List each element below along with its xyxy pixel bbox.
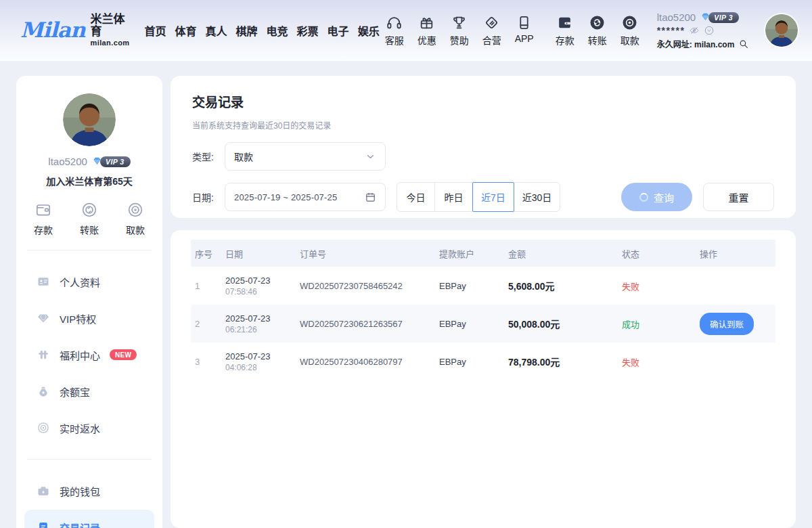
quick-date-today[interactable]: 今日	[397, 182, 435, 212]
header-link-withdraw[interactable]: 取款	[615, 14, 645, 47]
nav-home[interactable]: 首页	[145, 22, 166, 39]
sidebar-quick-actions: 存款 转账 取款	[16, 201, 162, 236]
cell-amount: 50,008.00元	[508, 317, 622, 330]
cell-order-number: WD202507230621263567	[300, 319, 439, 329]
quick-date-group: 今日昨日近7日近30日	[397, 182, 560, 212]
type-select[interactable]: 取款	[225, 142, 386, 171]
doc-icon	[37, 521, 50, 528]
joined-days-text: 加入米兰体育第65天	[16, 174, 162, 188]
nav-slots[interactable]: 电子	[328, 22, 349, 39]
cell-index: 1	[195, 281, 225, 291]
vip-diamond-icon	[91, 156, 103, 167]
money-bag-icon	[37, 384, 50, 398]
type-label: 类型:	[192, 150, 225, 163]
logo-cn-text: 米兰体育 milan.com	[91, 14, 130, 47]
search-icon[interactable]	[738, 39, 749, 49]
confirm-arrival-button[interactable]: 确认到账	[700, 313, 754, 335]
header-quick-links: 客服 优惠 赞助 合营 APP	[380, 14, 539, 47]
wallet-line-icon	[35, 201, 52, 219]
target-line-icon	[127, 201, 144, 219]
page-subtitle: 当前系统支持查询最近30日的交易记录	[192, 119, 774, 131]
sidebar-item-rebate[interactable]: 实时返水	[24, 410, 154, 445]
header-link-support[interactable]: 客服	[380, 14, 409, 47]
rebate-icon	[37, 421, 50, 435]
type-filter-row: 类型: 取款	[192, 142, 774, 171]
page-title: 交易记录	[192, 92, 774, 110]
header-right: 客服 优惠 赞助 合营 APP 存款 转账 取款 ltao5200 VIP 3	[380, 12, 798, 49]
chevron-down-icon	[365, 151, 376, 162]
gift-icon	[418, 14, 435, 31]
date-range-input[interactable]: 2025-07-19 ~ 2025-07-25	[225, 183, 386, 211]
page-content: ltao5200 VIP 3 加入米兰体育第65天 存款 转账 取款 个人资料 …	[0, 61, 812, 528]
user-avatar[interactable]	[765, 14, 798, 47]
logo-cn-name: 米兰体育	[91, 13, 125, 38]
cell-status: 成功	[622, 317, 700, 330]
cell-status: 失败	[622, 280, 700, 292]
header-link-promos[interactable]: 优惠	[412, 14, 442, 47]
gift-bars-icon	[37, 348, 50, 361]
header-user-meta: ltao5200 VIP 3 ****** 永久网址: milan.com	[657, 12, 757, 49]
sidebar-avatar[interactable]	[63, 93, 116, 146]
date-filter-row: 日期: 2025-07-19 ~ 2025-07-25 今日昨日近7日近30日 …	[192, 182, 774, 212]
table-row: 1 2025-07-23 07:58:46 WD2025072307584652…	[191, 267, 775, 305]
sidebar-action-withdraw[interactable]: 取款	[126, 201, 145, 236]
header-link-app[interactable]: APP	[510, 14, 539, 47]
sidebar-item-vip[interactable]: VIP特权	[24, 301, 154, 336]
nav-sports[interactable]: 体育	[175, 22, 197, 39]
divider	[27, 459, 152, 460]
vip-badge: VIP 3	[700, 12, 739, 23]
header-link-transfer[interactable]: 转账	[583, 14, 612, 47]
header-link-sponsor[interactable]: 赞助	[445, 14, 474, 47]
nav-entertainment[interactable]: 娱乐	[358, 22, 380, 39]
sidebar-item-welfare[interactable]: 福利中心 NEW	[24, 337, 154, 372]
column-header-date: 日期	[225, 247, 300, 260]
refresh-chevron-icon[interactable]	[704, 25, 715, 36]
cell-action: 确认到账	[700, 313, 771, 335]
eye-off-icon[interactable]	[689, 25, 700, 36]
cell-date: 2025-07-23 06:21:26	[225, 313, 300, 334]
sidebar-item-transactions[interactable]: 交易记录	[24, 510, 154, 528]
sidebar-item-wallet[interactable]: 我的钱包	[24, 473, 154, 508]
brand-logo[interactable]: Milan 米兰体育 milan.com	[20, 14, 130, 47]
id-card-icon	[37, 275, 50, 288]
nav-lottery[interactable]: 彩票	[297, 22, 319, 39]
header-link-partner[interactable]: 合营	[477, 14, 507, 47]
logo-domain: milan.com	[91, 39, 130, 47]
sidebar-item-profile[interactable]: 个人资料	[24, 264, 154, 299]
withdraw-dark-icon	[621, 14, 638, 31]
nav-live-casino[interactable]: 真人	[206, 22, 227, 39]
sidebar-username: ltao5200	[48, 156, 87, 167]
new-badge: NEW	[110, 349, 137, 360]
vip-diamond-icon	[700, 12, 711, 23]
header-link-deposit[interactable]: 存款	[550, 14, 580, 47]
query-button[interactable]: 查询	[621, 183, 692, 211]
permanent-url: 永久网址: milan.com	[657, 38, 735, 49]
sidebar-item-yuebao[interactable]: 余额宝	[24, 374, 154, 409]
gem-icon	[37, 311, 50, 325]
sidebar-action-deposit[interactable]: 存款	[34, 201, 53, 236]
quick-date-last7[interactable]: 近7日	[472, 182, 514, 212]
sidebar-menu-primary: 个人资料 VIP特权 福利中心 NEW 余额宝 实时返水	[16, 264, 162, 445]
username: ltao5200	[657, 12, 696, 23]
table-header-row: 序号日期订单号提款账户金额状态操作	[191, 240, 775, 267]
cell-index: 3	[195, 357, 225, 367]
vip-level-label: VIP 3	[708, 12, 739, 23]
quick-date-yesterday[interactable]: 昨日	[434, 182, 473, 212]
cell-withdraw-account: EBPay	[439, 319, 508, 329]
column-header-order: 订单号	[300, 247, 439, 260]
column-header-amount: 金额	[508, 247, 622, 260]
date-label: 日期:	[192, 190, 225, 204]
table-row: 3 2025-07-23 04:06:28 WD2025072304062807…	[191, 343, 775, 380]
reset-button[interactable]: 重置	[703, 183, 774, 211]
sidebar-action-transfer[interactable]: 转账	[80, 201, 99, 236]
type-select-value: 取款	[234, 150, 253, 163]
nav-esports[interactable]: 电竞	[267, 22, 288, 39]
nav-board-games[interactable]: 棋牌	[236, 22, 258, 39]
cell-status: 失败	[622, 355, 700, 368]
logo-script-text: Milan	[20, 20, 85, 41]
quick-date-last30[interactable]: 近30日	[514, 182, 561, 212]
sidebar: ltao5200 VIP 3 加入米兰体育第65天 存款 转账 取款 个人资料 …	[16, 76, 162, 528]
partner-icon	[483, 14, 500, 31]
top-header: Milan 米兰体育 milan.com 首页体育真人棋牌电竞彩票电子娱乐 客服…	[0, 0, 812, 61]
masked-balance: ******	[657, 25, 685, 36]
